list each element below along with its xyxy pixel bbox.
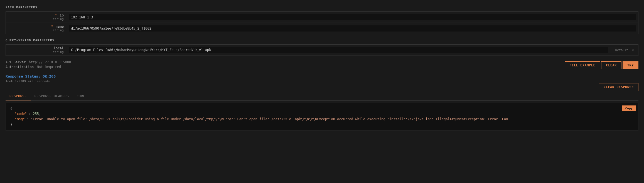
name-label-area: * name string xyxy=(6,23,67,34)
json-open-brace: { xyxy=(10,106,634,111)
ip-param-type: string xyxy=(53,17,64,21)
response-body: Copy { "code" : 255, "msg" : "Error: Una… xyxy=(6,103,638,131)
query-param-row-local: local string Default: 0 xyxy=(6,45,638,56)
json-code-value: 255 xyxy=(33,112,39,116)
action-buttons-row: FILL EXAMPLE CLEAR TRY xyxy=(565,61,638,69)
took-label: Took xyxy=(6,80,13,83)
local-input-area xyxy=(67,46,610,54)
path-param-row-ip: * ip string xyxy=(6,12,638,23)
ip-required-marker: * xyxy=(55,13,57,17)
path-param-row-name: * name string xyxy=(6,23,638,34)
clear-response-row: CLEAR RESPONSE xyxy=(6,83,638,91)
clear-button[interactable]: CLEAR xyxy=(601,61,621,69)
json-msg-key: "msg" xyxy=(15,117,25,121)
json-close-brace: } xyxy=(10,122,634,127)
tab-response-headers[interactable]: RESPONSE HEADERS xyxy=(31,93,73,100)
ip-input[interactable] xyxy=(69,14,636,20)
top-action-area: API Server http://127.0.0.1:5000 Authent… xyxy=(6,60,638,72)
auth-line: Authentication Not Required xyxy=(6,65,71,69)
path-params-title: PATH PARAMETERS xyxy=(6,6,638,9)
query-params-section: local string Default: 0 xyxy=(6,44,638,56)
response-time: Took 129309 milliseconds xyxy=(6,80,638,83)
took-unit: milliseconds xyxy=(28,80,50,83)
json-msg-value: "Error: Unable to open file: /data/中_v1.… xyxy=(31,117,510,121)
json-code-key: "code" xyxy=(15,112,27,116)
path-params-section: * ip string * name string xyxy=(6,11,638,34)
server-auth-combined: API Server http://127.0.0.1:5000 Authent… xyxy=(6,60,71,69)
clear-response-button[interactable]: CLEAR RESPONSE xyxy=(599,83,638,91)
name-name-line: * name xyxy=(51,25,64,28)
response-status-text: Response Status: OK:200 xyxy=(6,74,56,78)
local-default: Default: 0 xyxy=(610,48,638,52)
ip-name-line: * ip xyxy=(55,13,64,17)
tab-response[interactable]: RESPONSE xyxy=(6,93,31,100)
auth-value: Not Required xyxy=(37,65,61,69)
ip-input-area xyxy=(67,13,638,21)
json-msg-line: "msg" : "Error: Unable to open file: /da… xyxy=(10,117,634,122)
name-required-marker: * xyxy=(51,25,53,28)
response-status-code: OK:200 xyxy=(43,74,56,78)
response-status-row: Response Status: OK:200 xyxy=(6,74,638,78)
main-container: PATH PARAMETERS * ip string * name strin… xyxy=(0,0,644,133)
ip-label-area: * ip string xyxy=(6,12,67,23)
auth-label: Authentication xyxy=(6,65,34,69)
try-button[interactable]: TRY xyxy=(623,61,638,69)
server-value: http://127.0.0.1:5000 xyxy=(29,60,71,64)
tab-curl[interactable]: CURL xyxy=(73,93,89,100)
local-label-area: local string xyxy=(6,45,67,56)
local-param-name: local xyxy=(54,46,64,50)
local-input[interactable] xyxy=(69,47,608,53)
ip-param-name: ip xyxy=(60,13,64,17)
server-label: API Server xyxy=(6,60,26,64)
local-param-type: string xyxy=(53,50,64,54)
took-value: 129309 xyxy=(15,80,26,83)
copy-button[interactable]: Copy xyxy=(622,105,636,111)
name-input[interactable] xyxy=(69,25,636,32)
name-input-area xyxy=(67,24,638,33)
local-name-line: local xyxy=(54,46,64,50)
response-status-label: Response Status: xyxy=(6,74,40,78)
name-param-type: string xyxy=(53,28,64,32)
json-code-line: "code" : 255, xyxy=(10,111,634,117)
query-params-title: QUERY-STRING PARAMETERS xyxy=(6,38,638,42)
name-param-name: name xyxy=(56,25,64,28)
server-line: API Server http://127.0.0.1:5000 xyxy=(6,60,71,64)
fill-example-button[interactable]: FILL EXAMPLE xyxy=(565,61,600,69)
response-tabs: RESPONSE RESPONSE HEADERS CURL xyxy=(6,93,638,101)
